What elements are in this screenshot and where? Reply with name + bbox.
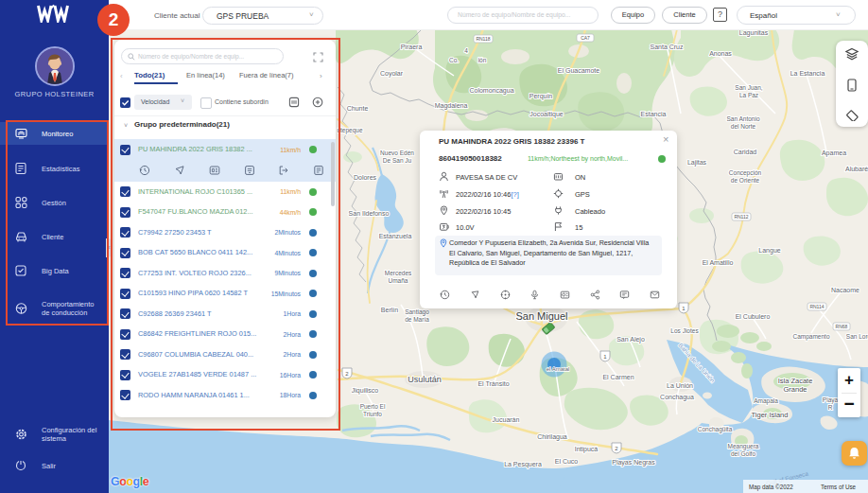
svg-text:Playas Negras: Playas Negras [612,459,655,467]
svg-text:Chunte: Chunte [347,105,369,112]
svg-text:Meanguera: Meanguera [728,443,759,450]
svg-text:Jucuarán: Jucuarán [493,416,520,423]
svg-text:el Amatal: el Amatal [547,366,570,372]
svg-text:La Pesquera: La Pesquera [504,461,542,468]
svg-text:Nacaome: Nacaome [831,287,859,293]
svg-text:Playa: Playa [823,396,839,404]
svg-text:Amapala: Amapala [754,397,778,405]
svg-text:utepeque: utepeque [337,127,362,134]
svg-text:Chirilagua: Chirilagua [537,433,567,441]
svg-text:Co.: Co. [449,57,459,63]
svg-text:Langue: Langue [758,247,780,255]
svg-text:Tiger Island: Tiger Island [752,411,789,419]
svg-text:La Estancia: La Estancia [790,70,825,77]
svg-text:Isla Zacate: Isla Zacate [778,377,813,385]
svg-text:San Alejo: San Alejo [616,336,645,343]
svg-text:El Amatillo: El Amatillo [703,259,734,266]
svg-text:Dolores: Dolores [354,174,377,181]
svg-text:del Norte: del Norte [731,123,756,130]
svg-text:Grande: Grande [783,385,807,394]
svg-text:del Golfo: del Golfo [731,450,755,457]
svg-text:Nuevo Edén: Nuevo Edén [380,150,414,156]
svg-text:Alubarén: Alubarén [845,166,868,172]
svg-text:Umaña: Umaña [389,277,408,284]
svg-text:Berlín: Berlín [381,307,398,313]
svg-text:Triunfo: Triunfo [363,411,382,417]
svg-text:Santa Cruz: Santa Cruz [650,44,684,50]
svg-text:De San Ju: De San Ju [383,157,412,164]
svg-text:La Unión: La Unión [667,382,693,389]
svg-text:RN68: RN68 [836,324,848,329]
svg-text:Puerto El: Puerto El [360,403,386,410]
svg-text:Lagunitas: Lagunitas [739,29,769,37]
svg-text:Coyolar: Coyolar [380,70,404,78]
svg-text:Usulután: Usulután [408,375,442,384]
svg-text:Magdalena: Magdalena [435,102,468,110]
svg-text:Apamea: Apamea [822,150,846,157]
svg-text:de Oriente: de Oriente [731,177,760,184]
svg-text:Santiago: Santiago [405,308,429,316]
svg-text:San Miguel: San Miguel [515,310,567,322]
svg-text:Colomoncagua: Colomoncagua [469,87,513,95]
svg-text:4: 4 [464,47,468,54]
svg-text:Conchagua: Conchagua [660,394,694,401]
svg-text:Perquín: Perquín [529,93,553,100]
svg-text:San Lore: San Lore [846,333,868,340]
svg-text:Los Jiotes: Los Jiotes [670,327,699,334]
svg-text:San Antonio: San Antonio [726,115,759,122]
svg-text:Conchagüita: Conchagüita [698,426,733,433]
svg-text:El Guacamote: El Guacamote [558,67,599,74]
svg-text:Concepción: Concepción [729,169,762,177]
svg-text:El Tránsito: El Tránsito [477,380,509,387]
svg-text:Piraera: Piraera [401,44,423,50]
svg-text:Jocoaitique: Jocoaitique [529,111,564,118]
svg-text:Estanzuela: Estanzuela [379,233,412,239]
svg-text:Jiquilisco: Jiquilisco [352,387,379,395]
svg-text:Estancia: Estancia [641,111,667,117]
svg-text:RN118: RN118 [476,36,490,42]
svg-text:RN112: RN112 [734,214,748,220]
svg-text:San Ildefonso: San Ildefonso [349,210,390,217]
svg-text:Lajitas: Lajitas [687,159,707,167]
svg-text:San Juan,: San Juan, [735,84,762,91]
svg-text:CA7: CA7 [581,35,590,41]
svg-text:Intipucá: Intipucá [575,446,599,453]
svg-text:Mercedes: Mercedes [385,270,412,276]
svg-text:Anonas: Anonas [709,50,732,57]
svg-text:El Carmen: El Carmen [602,374,634,380]
svg-text:El Cuco: El Cuco [555,458,579,465]
svg-text:Campamento: Campamento [792,333,829,341]
svg-text:ión: ión [478,57,487,63]
svg-text:Caridad: Caridad [734,149,757,155]
svg-text:RN114: RN114 [809,304,824,309]
svg-text:R: R [828,404,833,411]
svg-text:de María: de María [405,316,429,323]
svg-text:La Paz: La Paz [739,92,758,98]
svg-text:El Cubulero: El Cubulero [736,313,771,320]
